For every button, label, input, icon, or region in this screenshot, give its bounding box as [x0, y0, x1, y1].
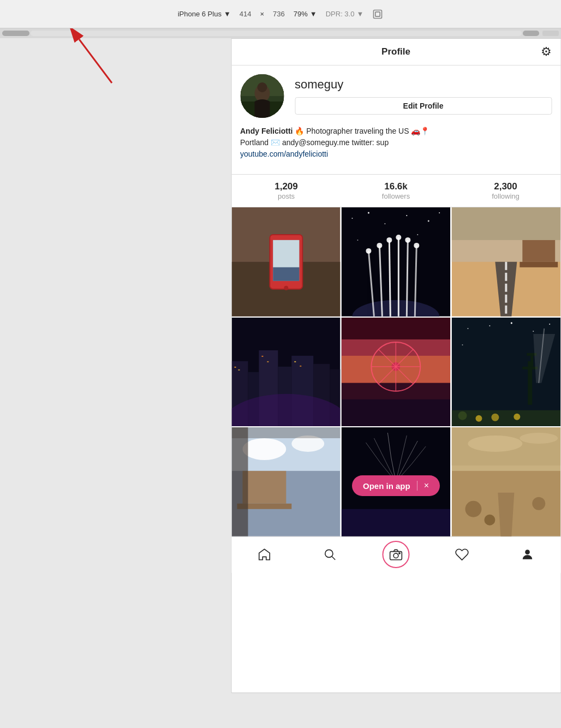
open-in-app-divider — [417, 481, 417, 491]
scrollbar-track-row — [0, 28, 561, 38]
followers-label: followers — [341, 192, 451, 200]
following-stat[interactable]: 2,300 following — [451, 181, 560, 200]
device-selector[interactable]: iPhone 6 Plus ▼ — [178, 10, 231, 18]
svg-rect-42 — [505, 262, 507, 270]
rotate-icon[interactable] — [372, 9, 383, 20]
scrollbar-thumb-right[interactable] — [523, 31, 539, 36]
svg-rect-89 — [451, 410, 560, 426]
bio-line-3: youtube.com/andyfeliciotti — [240, 148, 552, 160]
zoom-control[interactable]: 79% ▼ — [294, 10, 317, 18]
dpr-control[interactable]: DPR: 3.0 ▼ — [326, 10, 364, 18]
svg-point-22 — [439, 212, 440, 213]
svg-point-91 — [475, 415, 482, 421]
heart-icon — [455, 547, 469, 562]
dpr-value: DPR: 3.0 — [326, 10, 355, 18]
scrollbar-track-middle — [31, 31, 522, 36]
svg-rect-58 — [238, 369, 240, 371]
svg-line-28 — [390, 240, 391, 317]
svg-point-78 — [489, 325, 490, 326]
photo-3[interactable] — [451, 207, 560, 317]
nav-profile[interactable] — [516, 542, 540, 566]
profile-header: Profile ⚙ — [231, 39, 560, 65]
svg-rect-46 — [505, 306, 507, 314]
red-arrow-indicator — [68, 28, 134, 94]
open-in-app-banner: Open in app × — [352, 475, 440, 496]
photo-2[interactable] — [342, 207, 451, 317]
svg-point-80 — [533, 331, 534, 332]
svg-point-33 — [377, 243, 383, 248]
svg-rect-43 — [505, 273, 507, 281]
scrollbar-extra — [542, 31, 559, 36]
zoom-value: 79% — [294, 10, 308, 18]
photo-1[interactable] — [231, 207, 341, 317]
posts-count: 1,209 — [231, 181, 341, 192]
svg-rect-13 — [273, 240, 299, 267]
scrollbar-thumb-left[interactable] — [2, 31, 29, 36]
svg-rect-60 — [267, 361, 268, 362]
svg-rect-3 — [375, 11, 380, 16]
photo-5[interactable] — [342, 318, 451, 427]
svg-rect-40 — [451, 207, 560, 240]
bio-text-2: Portland ✉️ andy@someguy.me twitter: sup — [240, 138, 389, 147]
bio-line-1: Andy Feliciotti 🔥 Photographer traveling… — [240, 126, 552, 137]
home-icon — [257, 547, 271, 562]
nav-search[interactable] — [318, 542, 342, 566]
svg-point-113 — [325, 550, 333, 557]
followers-count: 16.6k — [341, 181, 451, 192]
svg-rect-2 — [374, 10, 382, 18]
svg-rect-14 — [273, 267, 299, 281]
photo-6[interactable] — [451, 318, 560, 427]
svg-point-79 — [511, 322, 512, 324]
open-in-app-text: Open in app — [363, 481, 410, 491]
stats-row: 1,209 posts 16.6k followers 2,300 follow… — [231, 174, 560, 207]
svg-rect-103 — [342, 509, 451, 536]
svg-rect-57 — [234, 367, 236, 368]
svg-line-114 — [332, 557, 336, 560]
svg-point-23 — [357, 240, 359, 241]
svg-rect-16 — [342, 207, 451, 317]
edit-profile-button[interactable]: Edit Profile — [295, 97, 552, 115]
svg-point-18 — [368, 212, 369, 213]
user-info-section: someguy Edit Profile Andy Feliciotti 🔥 P… — [231, 65, 560, 174]
posts-stat[interactable]: 1,209 posts — [231, 181, 341, 200]
phone-frame: Profile ⚙ — [231, 38, 561, 693]
svg-point-8 — [257, 82, 267, 92]
bio-link[interactable]: youtube.com/andyfeliciotti — [240, 150, 328, 158]
svg-point-35 — [396, 235, 401, 240]
svg-point-77 — [467, 328, 468, 329]
device-name: iPhone 6 Plus — [178, 10, 222, 18]
photo-9[interactable] — [451, 427, 560, 536]
svg-point-32 — [366, 248, 372, 254]
settings-icon[interactable]: ⚙ — [541, 45, 552, 59]
svg-point-118 — [525, 550, 530, 554]
username: someguy — [295, 77, 552, 92]
svg-point-34 — [387, 237, 392, 243]
svg-line-1 — [79, 39, 112, 83]
bio-line-2: Portland ✉️ andy@someguy.me twitter: sup — [240, 137, 552, 148]
nav-home[interactable] — [252, 542, 276, 566]
page-title: Profile — [381, 46, 410, 57]
posts-label: posts — [231, 192, 341, 200]
bio-name: Andy Feliciotti — [240, 127, 293, 135]
photo-7[interactable] — [231, 427, 341, 536]
svg-rect-59 — [261, 356, 263, 357]
camera-circle-highlight — [382, 541, 409, 568]
svg-rect-85 — [530, 356, 533, 367]
open-in-app-close-button[interactable]: × — [424, 481, 429, 491]
svg-rect-100 — [231, 427, 248, 536]
svg-point-24 — [417, 234, 418, 235]
svg-rect-98 — [242, 471, 286, 504]
svg-rect-48 — [520, 262, 558, 267]
avatar[interactable] — [240, 74, 284, 118]
svg-point-20 — [406, 215, 407, 216]
viewport-height: 736 — [273, 10, 285, 18]
svg-rect-45 — [505, 295, 507, 303]
nav-heart[interactable] — [450, 542, 474, 566]
dpr-dropdown-icon: ▼ — [356, 10, 363, 18]
nav-camera[interactable] — [384, 542, 408, 566]
device-dropdown-icon[interactable]: ▼ — [224, 10, 231, 18]
following-count: 2,300 — [451, 181, 560, 192]
zoom-dropdown-icon: ▼ — [310, 10, 317, 18]
photo-4[interactable] — [231, 318, 341, 427]
followers-stat[interactable]: 16.6k followers — [341, 181, 451, 200]
